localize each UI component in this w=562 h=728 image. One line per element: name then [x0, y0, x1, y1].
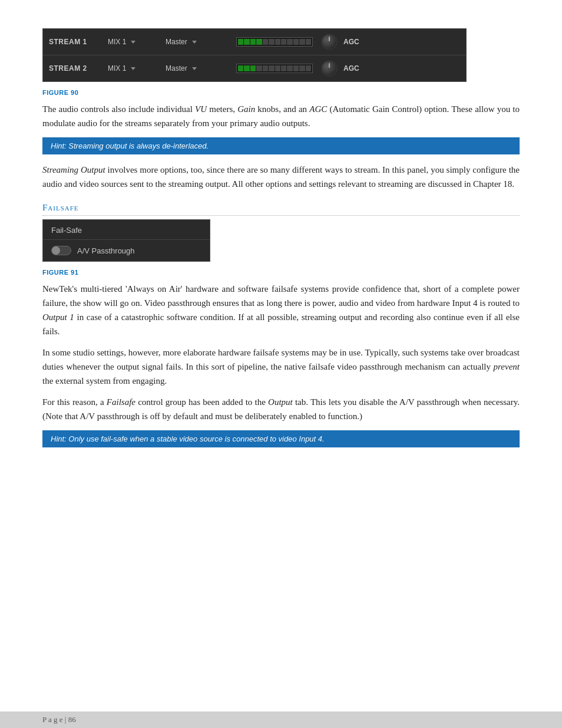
mix1-dropdown-arrow[interactable] [131, 41, 135, 44]
av-passthrough-label: A/V Passthrough [77, 246, 135, 255]
hint-box-1: Hint: Streaming output is always de-inte… [42, 137, 520, 154]
stream-row-2: STREAM 2 MIX 1 Master [43, 55, 466, 81]
agc-italic: AGC [309, 104, 327, 114]
hint-box-2: Hint: Only use fail-safe when a stable v… [42, 430, 520, 447]
page-footer: P a g e | 86 [0, 711, 562, 728]
gain-italic: Gain [237, 104, 255, 114]
failsafe-italic: Failsafe [107, 397, 135, 407]
failsafe-passthrough-row: A/V Passthrough [43, 240, 210, 261]
stream-panel: STREAM 1 MIX 1 Master [42, 28, 467, 82]
vu-bar [250, 39, 256, 45]
prevent-italic: prevent [494, 362, 520, 371]
vu-italic: VU [195, 104, 207, 114]
stream1-agc-label: AGC [343, 38, 359, 46]
body-para4: In some studio settings, however, more e… [42, 345, 520, 388]
vu-bar [281, 65, 286, 71]
body-para2: Streaming Output involves more options, … [42, 163, 520, 191]
vu-bar [293, 39, 299, 45]
vu-bar [244, 39, 249, 45]
failsafe-panel: Fail-Safe A/V Passthrough [42, 219, 210, 262]
vu-bar [299, 39, 305, 45]
vu-bar [281, 39, 286, 45]
stream1-label: STREAM 1 [49, 38, 108, 46]
vu-bar [269, 65, 274, 71]
av-passthrough-toggle[interactable] [51, 246, 71, 255]
body-para1: The audio controls also include individu… [42, 102, 520, 130]
figure91-caption: FIGURE 91 [42, 269, 520, 276]
streaming-output-italic: Streaming Output [42, 165, 105, 174]
toggle-knob [52, 246, 60, 255]
vu-bar [238, 39, 243, 45]
stream1-master: Master [166, 38, 224, 46]
vu-bar [293, 65, 299, 71]
vu-bar [256, 39, 262, 45]
failsafe-heading: Failsafe [42, 203, 520, 216]
mix2-dropdown-arrow[interactable] [131, 67, 135, 70]
stream1-mix: MIX 1 [108, 38, 155, 46]
vu-bar [275, 65, 280, 71]
output1-italic: Output 1 [42, 312, 74, 322]
master1-dropdown-arrow[interactable] [192, 41, 197, 44]
stream1-vu-meter [236, 37, 313, 47]
stream1-gain-knob[interactable] [321, 34, 338, 50]
failsafe-panel-title: Fail-Safe [43, 220, 210, 240]
body-para5: For this reason, a Failsafe control grou… [42, 395, 520, 423]
stream2-mix: MIX 1 [108, 64, 155, 73]
output-italic: Output [268, 397, 293, 407]
stream2-master: Master [166, 64, 224, 73]
stream-row-1: STREAM 1 MIX 1 Master [43, 29, 466, 55]
vu-bar [287, 39, 292, 45]
vu-bar [244, 65, 249, 71]
vu-bar [256, 65, 262, 71]
stream2-gain-knob[interactable] [321, 60, 338, 77]
stream2-label: STREAM 2 [49, 64, 108, 73]
stream2-vu-meter [236, 64, 313, 73]
vu-bar [299, 65, 305, 71]
page-number: P a g e | 86 [42, 715, 76, 724]
stream2-agc-label: AGC [343, 64, 359, 73]
master2-dropdown-arrow[interactable] [192, 67, 197, 70]
vu-bar [238, 65, 243, 71]
vu-bar [263, 39, 268, 45]
vu-bar [275, 39, 280, 45]
vu-bar [306, 39, 311, 45]
vu-bar [269, 39, 274, 45]
vu-bar [250, 65, 256, 71]
vu-bar [263, 65, 268, 71]
vu-bar [287, 65, 292, 71]
figure90-caption: FIGURE 90 [42, 89, 520, 96]
vu-bar [306, 65, 311, 71]
body-para3: NewTek's multi-tiered 'Always on Air' ha… [42, 282, 520, 338]
